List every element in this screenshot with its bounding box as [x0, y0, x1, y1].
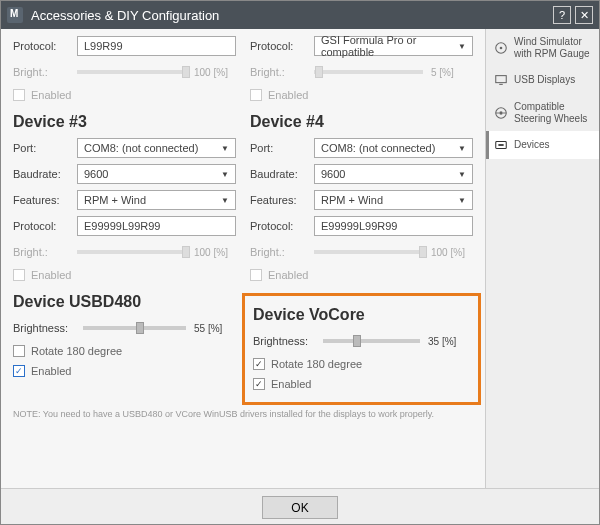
vocore-brightness-value: 35 [%]: [428, 336, 470, 347]
protocol-label: Protocol:: [13, 40, 71, 52]
svg-point-5: [499, 111, 503, 115]
usbd-enabled-checkbox[interactable]: ✓: [13, 365, 25, 377]
port-label: Port:: [13, 142, 71, 154]
enabled-label: Enabled: [268, 269, 308, 281]
d3-brightness-value: 100 [%]: [194, 247, 236, 258]
d3-port-select[interactable]: COM8: (not connected)▼: [77, 138, 236, 158]
bright-label: Bright.:: [13, 66, 71, 78]
baudrate-label: Baudrate:: [250, 168, 308, 180]
fan-icon: [494, 41, 508, 55]
d3-features-select[interactable]: RPM + Wind▼: [77, 190, 236, 210]
devices-icon: [494, 138, 508, 152]
d4-brightness-value: 100 [%]: [431, 247, 473, 258]
vocore-rotate-checkbox[interactable]: ✓: [253, 358, 265, 370]
chevron-down-icon: ▼: [221, 144, 229, 153]
d4-protocol-input[interactable]: E99999L99R99: [314, 216, 473, 236]
sidebar-item-usb-displays[interactable]: USB Displays: [486, 66, 599, 94]
protocol-label: Protocol:: [250, 220, 308, 232]
d3-title: Device #3: [13, 113, 236, 131]
titlebar: Accessories & DIY Configuration ? ✕: [1, 1, 599, 29]
display-icon: [494, 73, 508, 87]
d1-brightness-value: 100 [%]: [194, 67, 236, 78]
steering-wheel-icon: [494, 106, 508, 120]
rotate-label: Rotate 180 degree: [31, 345, 122, 357]
usbd-rotate-checkbox[interactable]: [13, 345, 25, 357]
sidebar-item-devices[interactable]: Devices: [486, 131, 599, 159]
sidebar-item-steering-wheels[interactable]: Compatible Steering Wheels: [486, 94, 599, 131]
sidebar-item-wind-simulator[interactable]: Wind Simulator with RPM Gauge: [486, 29, 599, 66]
d2-protocol-select[interactable]: GSI Formula Pro or compatible▼: [314, 36, 473, 56]
main-panel: Protocol: L99R99 Bright.: 100 [%] Enable…: [1, 29, 485, 488]
driver-note: NOTE: You need to have a USBD480 or VCor…: [13, 409, 473, 421]
brightness-label: Brightness:: [13, 322, 77, 334]
sidebar-item-label: Compatible Steering Wheels: [514, 101, 591, 124]
vocore-highlight-box: Device VoCore Brightness:35 [%] ✓Rotate …: [242, 293, 481, 405]
d4-port-select[interactable]: COM8: (not connected)▼: [314, 138, 473, 158]
chevron-down-icon: ▼: [458, 196, 466, 205]
vocore-enabled-checkbox[interactable]: ✓: [253, 378, 265, 390]
protocol-label: Protocol:: [13, 220, 71, 232]
svg-point-1: [500, 46, 503, 49]
usbd-title: Device USBD480: [13, 293, 236, 311]
enabled-label: Enabled: [268, 89, 308, 101]
d2-brightness-slider: [314, 70, 423, 74]
chevron-down-icon: ▼: [458, 144, 466, 153]
d1-protocol-input[interactable]: L99R99: [77, 36, 236, 56]
d2-brightness-value: 5 [%]: [431, 67, 473, 78]
sidebar: Wind Simulator with RPM Gauge USB Displa…: [485, 29, 599, 488]
port-label: Port:: [250, 142, 308, 154]
d1-brightness-slider: [77, 70, 186, 74]
d1-enabled-checkbox[interactable]: [13, 89, 25, 101]
close-button[interactable]: ✕: [575, 6, 593, 24]
vocore-title: Device VoCore: [253, 306, 470, 324]
sidebar-item-label: Devices: [514, 139, 550, 151]
d2-enabled-checkbox[interactable]: [250, 89, 262, 101]
footer: OK: [1, 488, 599, 525]
enabled-label: Enabled: [31, 365, 71, 377]
svg-rect-2: [496, 76, 507, 83]
bright-label: Bright.:: [13, 246, 71, 258]
sidebar-item-label: USB Displays: [514, 74, 575, 86]
features-label: Features:: [13, 194, 71, 206]
d3-enabled-checkbox[interactable]: [13, 269, 25, 281]
baudrate-label: Baudrate:: [13, 168, 71, 180]
ok-button[interactable]: OK: [262, 496, 338, 519]
chevron-down-icon: ▼: [221, 196, 229, 205]
features-label: Features:: [250, 194, 308, 206]
usbd-brightness-slider[interactable]: [83, 326, 186, 330]
d3-brightness-slider: [77, 250, 186, 254]
usbd-brightness-value: 55 [%]: [194, 323, 236, 334]
help-button[interactable]: ?: [553, 6, 571, 24]
svg-rect-9: [498, 144, 503, 146]
d4-brightness-slider: [314, 250, 423, 254]
d4-baud-select[interactable]: 9600▼: [314, 164, 473, 184]
app-logo-icon: [7, 7, 23, 23]
d4-enabled-checkbox[interactable]: [250, 269, 262, 281]
chevron-down-icon: ▼: [458, 42, 466, 51]
d4-features-select[interactable]: RPM + Wind▼: [314, 190, 473, 210]
enabled-label: Enabled: [271, 378, 311, 390]
sidebar-item-label: Wind Simulator with RPM Gauge: [514, 36, 591, 59]
window-title: Accessories & DIY Configuration: [31, 8, 553, 23]
bright-label: Bright.:: [250, 246, 308, 258]
d4-title: Device #4: [250, 113, 473, 131]
d3-baud-select[interactable]: 9600▼: [77, 164, 236, 184]
rotate-label: Rotate 180 degree: [271, 358, 362, 370]
bright-label: Bright.:: [250, 66, 308, 78]
protocol-label: Protocol:: [250, 40, 308, 52]
brightness-label: Brightness:: [253, 335, 317, 347]
enabled-label: Enabled: [31, 89, 71, 101]
enabled-label: Enabled: [31, 269, 71, 281]
chevron-down-icon: ▼: [221, 170, 229, 179]
vocore-brightness-slider[interactable]: [323, 339, 420, 343]
chevron-down-icon: ▼: [458, 170, 466, 179]
d3-protocol-input[interactable]: E99999L99R99: [77, 216, 236, 236]
